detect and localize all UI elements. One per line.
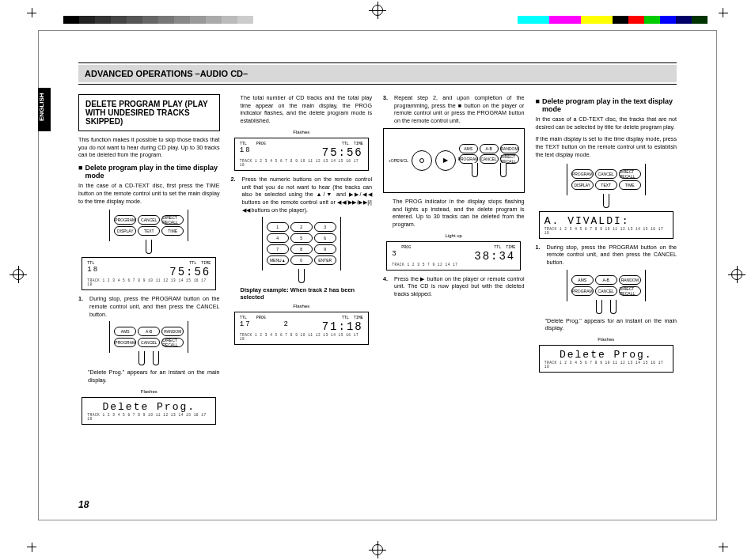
body-text: The PROG indicator in the display stops … — [383, 198, 525, 229]
remote-diagram: PROGRAM CANCEL DIRECT RECALL DISPLAY TEX… — [567, 164, 646, 208]
flashes-caption: Flashes — [78, 389, 220, 394]
step-4: 4.Press the ▶ button on the player or re… — [383, 275, 525, 298]
flashes-caption: Flashes — [536, 337, 677, 342]
page-number: 18 — [78, 499, 89, 510]
finger-icon — [603, 194, 609, 208]
body-text: The total number of CD tracks and the to… — [231, 94, 373, 125]
finger-icon — [472, 163, 478, 177]
random-button: RANDOM — [161, 327, 184, 336]
program-button: PROGRAM — [114, 215, 136, 225]
finger-icon — [596, 300, 602, 314]
registration-mark — [372, 544, 383, 555]
time-button: TIME — [619, 180, 641, 190]
language-tab: ENGLISH — [38, 88, 51, 131]
player-diagram: +OPEN/CL AMSA-BRANDOM PROGRAMCANCELDIREC… — [383, 128, 525, 193]
cancel-button: CANCEL — [595, 169, 617, 179]
enter-button: ENTER — [314, 255, 336, 265]
column-1: DELETE PROGRAM PLAY (PLAY WITH UNDESIRED… — [78, 94, 220, 429]
cancel-button: CANCEL — [595, 286, 617, 296]
step-1: 1.During stop, press the PROGRAM button … — [536, 244, 677, 267]
display-panel: Delete Prog. TRACK 1 2 3 4 5 6 7 8 9 10 … — [82, 397, 216, 425]
finger-icon — [610, 300, 617, 314]
menu-button: MENU▲ — [267, 255, 289, 265]
example-caption: Display example: When track 2 has been s… — [231, 286, 373, 301]
body-text: In the case of a CD-TEXT disc, the track… — [536, 115, 677, 131]
direct-recall-button: DIRECT RECALL — [619, 169, 641, 179]
program-button: PROGRAM — [114, 338, 136, 347]
display-panel: Delete Prog. TRACK 1 2 3 4 5 6 7 8 9 10 … — [539, 345, 673, 373]
num-3-button: 3 — [314, 222, 336, 232]
display-panel: PROGTTL TIME 338:34 TRACK 1 2 3 5 7 9 12… — [386, 241, 521, 271]
column-2: The total number of CD tracks and the to… — [231, 94, 373, 429]
text-button: TEXT — [595, 180, 617, 190]
column-4: ■Delete program play in the text display… — [536, 94, 677, 429]
feature-title: DELETE PROGRAM PLAY (PLAY WITH UNDESIRED… — [78, 94, 220, 131]
finger-icon — [146, 240, 152, 254]
crop-mark — [32, 532, 47, 547]
knob-icon — [412, 150, 432, 171]
remote-diagram: PROGRAM CANCEL DIRECT RECALL DISPLAY TEX… — [109, 210, 188, 254]
time-button: TIME — [161, 226, 184, 236]
cancel-button: CANCEL — [138, 338, 160, 347]
step-2: 2.Press the numeric buttons on the remot… — [231, 176, 373, 214]
subheading: ■Delete program play in the text display… — [536, 97, 677, 113]
direct-recall-button: DIRECT RECALL — [161, 338, 184, 347]
column-3: 3.Repeat step 2, and upon completion of … — [383, 94, 525, 429]
display-panel: TTLTTL TIME 1875:56 TRACK 1 2 3 4 5 6 7 … — [82, 257, 216, 290]
display-button: DISPLAY — [114, 226, 136, 236]
ab-button: A-B — [138, 327, 160, 336]
manual-page: ENGLISH ADVANCED OPERATIONS –AUDIO CD– D… — [38, 30, 717, 520]
text-button: TEXT — [138, 226, 160, 236]
num-7-button: 7 — [267, 244, 289, 254]
body-text: If the main display is set to the time d… — [536, 135, 677, 158]
display-panel: TTL PROGTTL TIME 17271:18 TRACK 1 2 3 4 … — [234, 312, 369, 345]
numpad-diagram: 1 2 3 4 5 6 7 8 9 MENU▲ 0 ENTER — [262, 217, 341, 283]
finger-icon — [298, 269, 305, 283]
finger-icon — [138, 351, 145, 365]
remote-diagram: AMS A-B RANDOM PROGRAM CANCEL DIRECT REC… — [109, 321, 188, 365]
play-knob-icon — [435, 150, 456, 171]
flashes-caption: Flashes — [231, 304, 373, 308]
crop-mark — [32, 13, 47, 28]
body-text: In the case of a CD-TEXT disc, first pre… — [78, 182, 220, 205]
ams-button: AMS — [114, 327, 136, 336]
flashes-caption: Flashes — [231, 130, 373, 134]
finger-icon — [500, 163, 506, 177]
display-panel: A. VIVALDI: TRACK 1 2 3 4 5 6 7 8 9 10 1… — [539, 211, 673, 239]
registration-mark — [731, 269, 742, 280]
step-3: 3.Repeat step 2, and upon completion of … — [383, 94, 525, 125]
section-heading-text: ADVANCED OPERATIONS –AUDIO CD– — [78, 65, 677, 82]
crop-mark — [708, 532, 723, 547]
direct-recall-button: DIRECT RECALL — [161, 215, 184, 225]
remote-diagram: AMS A-B RANDOM PROGRAM CANCEL DIRECT REC… — [567, 270, 646, 314]
num-6-button: 6 — [314, 233, 336, 243]
section-heading: ADVANCED OPERATIONS –AUDIO CD– — [78, 62, 677, 85]
num-1-button: 1 — [267, 222, 289, 232]
num-9-button: 9 — [314, 244, 336, 254]
note-text: "Delete Prog." appears for an instant on… — [536, 317, 677, 332]
light-up-caption: Light up — [383, 233, 525, 238]
finger-icon — [153, 351, 159, 365]
num-5-button: 5 — [290, 233, 313, 243]
colorbar — [63, 16, 253, 24]
num-4-button: 4 — [267, 233, 289, 243]
step-1: 1.During stop, press the PROGRAM button … — [78, 295, 220, 318]
subheading: ■Delete program play in the time display… — [78, 164, 220, 180]
registration-mark — [372, 5, 383, 16]
crop-mark — [708, 13, 723, 28]
num-8-button: 8 — [290, 244, 313, 254]
colorbar — [518, 16, 708, 24]
program-button: PROGRAM — [571, 169, 594, 179]
intro-text: This function makes it possible to skip … — [78, 136, 220, 159]
num-0-button: 0 — [290, 255, 313, 265]
random-button: RANDOM — [619, 275, 641, 285]
display-panel: TTL PROGTTL TIME 1875:56 TRACK 1 2 3 4 5… — [234, 138, 369, 171]
direct-recall-button: DIRECT RECALL — [619, 286, 641, 296]
program-button: PROGRAM — [571, 286, 594, 296]
num-2-button: 2 — [290, 222, 313, 232]
cancel-button: CANCEL — [138, 215, 160, 225]
display-button: DISPLAY — [571, 180, 594, 190]
note-text: "Delete Prog." appears for an instant on… — [78, 369, 220, 384]
ams-button: AMS — [571, 275, 594, 285]
registration-mark — [13, 269, 24, 280]
